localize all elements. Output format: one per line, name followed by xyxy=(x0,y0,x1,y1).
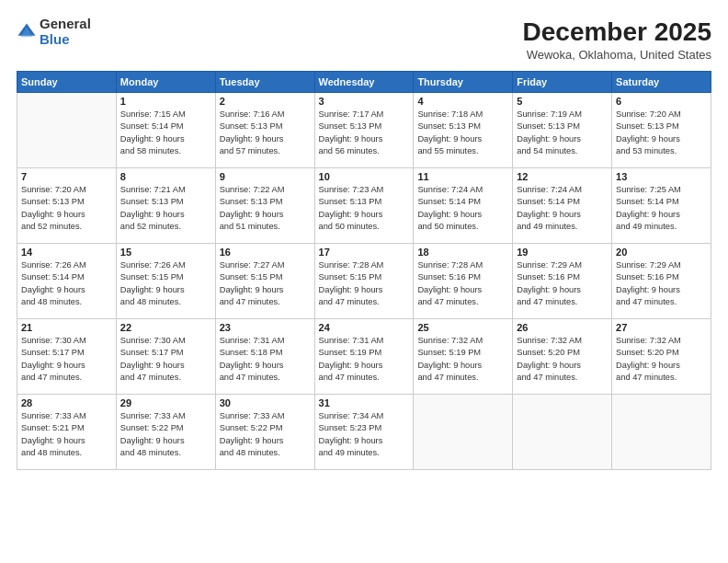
cell-w1-d5: 4Sunrise: 7:18 AMSunset: 5:13 PMDaylight… xyxy=(414,92,513,167)
day-number: 17 xyxy=(319,247,410,258)
cell-w1-d1 xyxy=(17,92,117,167)
title-block: December 2025 Wewoka, Oklahoma, United S… xyxy=(523,17,711,62)
header-row: Sunday Monday Tuesday Wednesday Thursday… xyxy=(17,71,711,92)
day-number: 20 xyxy=(616,247,707,258)
col-friday: Friday xyxy=(513,71,612,92)
day-info: Sunrise: 7:16 AMSunset: 5:13 PMDaylight:… xyxy=(220,109,311,158)
calendar-body: 1Sunrise: 7:15 AMSunset: 5:14 PMDaylight… xyxy=(17,92,711,469)
cell-w3-d6: 19Sunrise: 7:29 AMSunset: 5:16 PMDayligh… xyxy=(513,243,612,318)
week-row-3: 14Sunrise: 7:26 AMSunset: 5:14 PMDayligh… xyxy=(17,243,711,318)
week-row-4: 21Sunrise: 7:30 AMSunset: 5:17 PMDayligh… xyxy=(17,318,711,394)
day-info: Sunrise: 7:20 AMSunset: 5:13 PMDaylight:… xyxy=(616,109,707,158)
cell-w4-d5: 25Sunrise: 7:32 AMSunset: 5:19 PMDayligh… xyxy=(414,318,513,394)
day-info: Sunrise: 7:33 AMSunset: 5:22 PMDaylight:… xyxy=(120,410,211,460)
cell-w2-d1: 7Sunrise: 7:20 AMSunset: 5:13 PMDaylight… xyxy=(17,167,117,243)
day-info: Sunrise: 7:28 AMSunset: 5:16 PMDaylight:… xyxy=(417,259,508,309)
cell-w3-d4: 17Sunrise: 7:28 AMSunset: 5:15 PMDayligh… xyxy=(314,243,414,318)
week-row-2: 7Sunrise: 7:20 AMSunset: 5:13 PMDaylight… xyxy=(17,167,711,243)
cell-w5-d2: 29Sunrise: 7:33 AMSunset: 5:22 PMDayligh… xyxy=(116,394,215,469)
cell-w4-d7: 27Sunrise: 7:32 AMSunset: 5:20 PMDayligh… xyxy=(612,318,711,394)
day-info: Sunrise: 7:24 AMSunset: 5:14 PMDaylight:… xyxy=(417,184,508,234)
day-number: 13 xyxy=(616,171,707,182)
cell-w2-d7: 13Sunrise: 7:25 AMSunset: 5:14 PMDayligh… xyxy=(612,167,711,243)
day-info: Sunrise: 7:31 AMSunset: 5:18 PMDaylight:… xyxy=(220,335,311,385)
cell-w5-d7 xyxy=(612,394,711,469)
day-number: 27 xyxy=(616,322,707,333)
cell-w5-d3: 30Sunrise: 7:33 AMSunset: 5:22 PMDayligh… xyxy=(215,394,314,469)
day-info: Sunrise: 7:32 AMSunset: 5:20 PMDaylight:… xyxy=(517,335,608,385)
day-info: Sunrise: 7:30 AMSunset: 5:17 PMDaylight:… xyxy=(120,335,211,385)
day-info: Sunrise: 7:29 AMSunset: 5:16 PMDaylight:… xyxy=(517,259,608,309)
day-info: Sunrise: 7:33 AMSunset: 5:22 PMDaylight:… xyxy=(220,410,311,460)
day-info: Sunrise: 7:32 AMSunset: 5:20 PMDaylight:… xyxy=(616,335,707,385)
day-number: 15 xyxy=(120,247,211,258)
col-sunday: Sunday xyxy=(17,71,117,92)
day-info: Sunrise: 7:19 AMSunset: 5:13 PMDaylight:… xyxy=(517,109,608,158)
logo-text: General Blue xyxy=(40,17,91,47)
header: General Blue December 2025 Wewoka, Oklah… xyxy=(17,17,711,62)
day-info: Sunrise: 7:23 AMSunset: 5:13 PMDaylight:… xyxy=(319,184,410,234)
day-info: Sunrise: 7:30 AMSunset: 5:17 PMDaylight:… xyxy=(21,335,112,385)
week-row-1: 1Sunrise: 7:15 AMSunset: 5:14 PMDaylight… xyxy=(17,92,711,167)
day-number: 29 xyxy=(120,397,211,408)
day-number: 31 xyxy=(319,397,410,408)
cell-w2-d5: 11Sunrise: 7:24 AMSunset: 5:14 PMDayligh… xyxy=(414,167,513,243)
day-number: 18 xyxy=(417,247,508,258)
day-info: Sunrise: 7:15 AMSunset: 5:14 PMDaylight:… xyxy=(120,109,211,158)
day-number: 30 xyxy=(220,397,311,408)
day-number: 22 xyxy=(120,322,211,333)
day-number: 11 xyxy=(417,171,508,182)
day-info: Sunrise: 7:21 AMSunset: 5:13 PMDaylight:… xyxy=(120,184,211,234)
page: General Blue December 2025 Wewoka, Oklah… xyxy=(0,0,728,563)
day-number: 19 xyxy=(517,247,608,258)
cell-w5-d1: 28Sunrise: 7:33 AMSunset: 5:21 PMDayligh… xyxy=(17,394,117,469)
day-info: Sunrise: 7:29 AMSunset: 5:16 PMDaylight:… xyxy=(616,259,707,309)
cell-w2-d2: 8Sunrise: 7:21 AMSunset: 5:13 PMDaylight… xyxy=(116,167,215,243)
subtitle: Wewoka, Oklahoma, United States xyxy=(523,48,711,62)
calendar-table: Sunday Monday Tuesday Wednesday Thursday… xyxy=(17,71,711,470)
day-info: Sunrise: 7:18 AMSunset: 5:13 PMDaylight:… xyxy=(417,109,508,158)
day-number: 12 xyxy=(517,171,608,182)
col-saturday: Saturday xyxy=(612,71,711,92)
cell-w2-d6: 12Sunrise: 7:24 AMSunset: 5:14 PMDayligh… xyxy=(513,167,612,243)
day-info: Sunrise: 7:26 AMSunset: 5:14 PMDaylight:… xyxy=(21,259,112,309)
cell-w3-d7: 20Sunrise: 7:29 AMSunset: 5:16 PMDayligh… xyxy=(612,243,711,318)
day-info: Sunrise: 7:28 AMSunset: 5:15 PMDaylight:… xyxy=(319,259,410,309)
day-number: 4 xyxy=(417,96,508,107)
cell-w4-d4: 24Sunrise: 7:31 AMSunset: 5:19 PMDayligh… xyxy=(314,318,414,394)
cell-w3-d3: 16Sunrise: 7:27 AMSunset: 5:15 PMDayligh… xyxy=(215,243,314,318)
day-info: Sunrise: 7:31 AMSunset: 5:19 PMDaylight:… xyxy=(319,335,410,385)
logo-blue: Blue xyxy=(40,32,91,48)
day-number: 14 xyxy=(21,247,112,258)
day-number: 8 xyxy=(120,171,211,182)
cell-w2-d4: 10Sunrise: 7:23 AMSunset: 5:13 PMDayligh… xyxy=(314,167,414,243)
cell-w3-d2: 15Sunrise: 7:26 AMSunset: 5:15 PMDayligh… xyxy=(116,243,215,318)
calendar-header: Sunday Monday Tuesday Wednesday Thursday… xyxy=(17,71,711,92)
day-number: 6 xyxy=(616,96,707,107)
day-number: 5 xyxy=(517,96,608,107)
cell-w1-d7: 6Sunrise: 7:20 AMSunset: 5:13 PMDaylight… xyxy=(612,92,711,167)
day-info: Sunrise: 7:17 AMSunset: 5:13 PMDaylight:… xyxy=(319,109,410,158)
week-row-5: 28Sunrise: 7:33 AMSunset: 5:21 PMDayligh… xyxy=(17,394,711,469)
cell-w4-d2: 22Sunrise: 7:30 AMSunset: 5:17 PMDayligh… xyxy=(116,318,215,394)
cell-w1-d2: 1Sunrise: 7:15 AMSunset: 5:14 PMDaylight… xyxy=(116,92,215,167)
cell-w1-d3: 2Sunrise: 7:16 AMSunset: 5:13 PMDaylight… xyxy=(215,92,314,167)
cell-w3-d5: 18Sunrise: 7:28 AMSunset: 5:16 PMDayligh… xyxy=(414,243,513,318)
day-number: 23 xyxy=(220,322,311,333)
day-number: 10 xyxy=(319,171,410,182)
col-tuesday: Tuesday xyxy=(215,71,314,92)
day-number: 7 xyxy=(21,171,112,182)
cell-w4-d6: 26Sunrise: 7:32 AMSunset: 5:20 PMDayligh… xyxy=(513,318,612,394)
logo-icon xyxy=(17,22,37,42)
day-number: 26 xyxy=(517,322,608,333)
day-number: 16 xyxy=(220,247,311,258)
day-info: Sunrise: 7:22 AMSunset: 5:13 PMDaylight:… xyxy=(220,184,311,234)
day-number: 25 xyxy=(417,322,508,333)
cell-w5-d6 xyxy=(513,394,612,469)
cell-w3-d1: 14Sunrise: 7:26 AMSunset: 5:14 PMDayligh… xyxy=(17,243,117,318)
day-info: Sunrise: 7:26 AMSunset: 5:15 PMDaylight:… xyxy=(120,259,211,309)
cell-w5-d4: 31Sunrise: 7:34 AMSunset: 5:23 PMDayligh… xyxy=(314,394,414,469)
day-number: 9 xyxy=(220,171,311,182)
cell-w1-d6: 5Sunrise: 7:19 AMSunset: 5:13 PMDaylight… xyxy=(513,92,612,167)
col-thursday: Thursday xyxy=(414,71,513,92)
